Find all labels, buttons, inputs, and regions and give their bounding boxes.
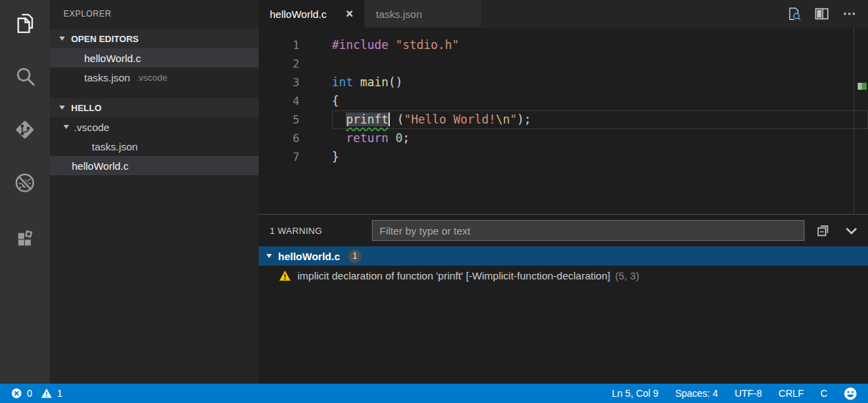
search-icon xyxy=(13,65,37,88)
search-in-file-button[interactable] xyxy=(787,6,802,21)
activity-item-debug[interactable] xyxy=(0,169,50,222)
code-token: ); xyxy=(517,112,531,126)
code-line-4: 4{ xyxy=(259,92,868,110)
file-row-tasks-json[interactable]: tasks.json xyxy=(50,137,259,156)
split-editor-icon xyxy=(814,6,829,21)
line-number: 7 xyxy=(259,148,332,166)
tab-helloworld-c[interactable]: helloWorld.c × xyxy=(259,0,365,28)
code-token: "Hello World! xyxy=(404,112,495,126)
status-language-mode[interactable]: C xyxy=(820,388,827,399)
line-content xyxy=(332,55,868,73)
status-eol[interactable]: CRLF xyxy=(778,388,804,399)
collapse-all-button[interactable] xyxy=(816,223,831,238)
code-token: prinft xyxy=(346,112,388,126)
code-line-2: 2 xyxy=(259,55,868,73)
problems-status[interactable]: 0 1 xyxy=(11,388,63,399)
code-line-7: 7} xyxy=(259,148,868,166)
feedback-smiley-button[interactable] xyxy=(844,387,857,400)
line-number: 4 xyxy=(259,92,332,110)
error-count-icon xyxy=(11,388,22,399)
workbench: EXPLORER OPEN EDITORShelloWorld.ctasks.j… xyxy=(0,0,868,384)
smiley-icon xyxy=(844,387,857,400)
split-editor-button[interactable] xyxy=(814,6,829,21)
activity-bar xyxy=(0,0,50,384)
code-line-6: 6 return 0; xyxy=(259,129,868,148)
code-token: 0 xyxy=(395,131,402,145)
problems-header: 1 WARNING xyxy=(259,215,868,246)
problem-item-warning[interactable]: implicit declaration of function 'prinft… xyxy=(259,266,868,285)
explorer-sidebar: EXPLORER OPEN EDITORShelloWorld.ctasks.j… xyxy=(50,0,259,384)
more-actions-icon xyxy=(842,6,857,21)
warning-icon xyxy=(279,270,291,282)
file-row-helloworld-c[interactable]: helloWorld.c xyxy=(50,156,259,175)
status-bar: 0 1 Ln 5, Col 9Spaces: 4UTF-8CRLFC xyxy=(0,384,868,403)
item-label: .vscode xyxy=(74,121,110,133)
section-label: OPEN EDITORS xyxy=(71,34,139,44)
source-control-icon xyxy=(13,118,37,141)
line-number: 1 xyxy=(259,36,332,55)
code-token: main xyxy=(360,75,388,89)
line-content: prinft ("Hello World!\n"); xyxy=(332,110,868,129)
tab-tasks-json[interactable]: tasks.json xyxy=(365,0,482,28)
status-indentation[interactable]: Spaces: 4 xyxy=(675,388,718,399)
code-token xyxy=(388,131,395,145)
line-number: 2 xyxy=(259,55,332,73)
line-content: #include "stdio.h" xyxy=(332,36,868,55)
code-token: "stdio.h" xyxy=(395,38,459,52)
code-editor[interactable]: 1#include "stdio.h"23int main()4{5 prinf… xyxy=(259,28,868,214)
editor-group: helloWorld.c × tasks.json xyxy=(259,0,868,384)
code-line-5: 5 prinft ("Hello World!\n"); xyxy=(259,110,868,129)
overview-ruler[interactable] xyxy=(854,28,854,214)
twisty-icon xyxy=(63,124,70,130)
file-row-helloworld-c[interactable]: helloWorld.c xyxy=(50,48,259,68)
warning-count-icon xyxy=(41,388,52,399)
code-token: { xyxy=(332,94,339,108)
code-token: #include xyxy=(332,38,388,52)
line-number: 3 xyxy=(259,73,332,92)
problems-file-group[interactable]: helloWorld.c 1 xyxy=(259,246,868,266)
file-row-vscode[interactable]: .vscode xyxy=(50,117,259,137)
file-row-tasks-json[interactable]: tasks.json.vscode xyxy=(50,68,259,87)
code-token: () xyxy=(388,75,402,89)
panel-actions xyxy=(816,222,860,239)
section-label: HELLO xyxy=(71,103,101,113)
problems-filter-input[interactable] xyxy=(372,220,805,241)
tab-label: helloWorld.c xyxy=(270,8,326,20)
section-header-open-editors[interactable]: OPEN EDITORS xyxy=(50,29,259,48)
search-in-file-icon xyxy=(787,6,802,21)
problem-location: (5, 3) xyxy=(615,270,639,282)
explorer-sections: OPEN EDITORShelloWorld.ctasks.json.vscod… xyxy=(50,29,259,175)
files-icon xyxy=(13,12,37,35)
debug-icon xyxy=(13,171,37,195)
code-token: return xyxy=(346,131,388,145)
problems-file-name: helloWorld.c xyxy=(278,250,340,262)
line-content: { xyxy=(332,92,868,110)
chevron-down-icon xyxy=(843,222,860,239)
extensions-icon xyxy=(13,224,37,248)
hide-panel-button[interactable] xyxy=(843,222,860,239)
code-token: ( xyxy=(390,112,404,126)
code-token xyxy=(332,112,346,126)
status-encoding[interactable]: UTF-8 xyxy=(735,388,762,399)
section-header-hello[interactable]: HELLO xyxy=(50,98,259,117)
line-number: 5 xyxy=(259,110,332,129)
activity-item-extensions[interactable] xyxy=(0,222,50,275)
twisty-icon xyxy=(59,105,66,110)
activity-item-search[interactable] xyxy=(0,63,50,116)
more-actions-button[interactable] xyxy=(842,6,857,21)
editor-actions xyxy=(787,0,868,28)
item-label: tasks.json xyxy=(92,141,138,153)
activity-item-explorer[interactable] xyxy=(0,10,50,63)
code-token xyxy=(388,38,395,52)
status-cursor-position[interactable]: Ln 5, Col 9 xyxy=(612,388,659,399)
status-items: Ln 5, Col 9Spaces: 4UTF-8CRLFC xyxy=(612,388,827,399)
code-lines: 1#include "stdio.h"23int main()4{5 prinf… xyxy=(259,36,868,166)
close-icon[interactable]: × xyxy=(346,8,353,20)
item-description: .vscode xyxy=(137,72,168,83)
activity-item-source-control[interactable] xyxy=(0,116,50,169)
tab-label: tasks.json xyxy=(376,8,422,20)
tab-bar: helloWorld.c × tasks.json xyxy=(259,0,868,28)
code-token: " xyxy=(510,112,517,126)
twisty-icon xyxy=(266,253,273,259)
line-number: 6 xyxy=(259,129,332,148)
